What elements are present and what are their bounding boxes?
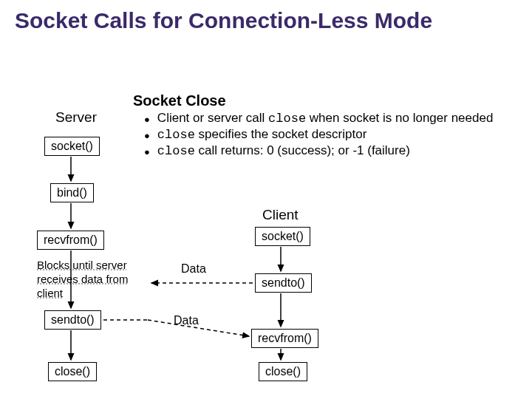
client-sendto-box: sendto() xyxy=(255,273,312,293)
bullet-icon: ● xyxy=(144,130,150,142)
bullet-text: when socket is no longer needed xyxy=(310,111,494,125)
client-recvfrom-box: recvfrom() xyxy=(251,329,318,348)
page-title: Socket Calls for Connection-Less Mode xyxy=(15,7,517,34)
bullet-text: specifies the socket descriptor xyxy=(199,127,367,141)
client-close-box: close() xyxy=(259,362,307,381)
client-column-label: Client xyxy=(262,207,299,223)
data-label-2: Data xyxy=(174,314,199,327)
bullet-code: close xyxy=(268,112,306,126)
bullet-code: close xyxy=(157,128,195,142)
data-label-1: Data xyxy=(181,262,206,276)
server-sendto-box: sendto() xyxy=(44,310,101,330)
server-close-box: close() xyxy=(48,362,97,381)
blocking-note: Blocks until server receives data from c… xyxy=(37,259,148,300)
server-socket-box: socket() xyxy=(44,137,100,156)
bullet-code: close xyxy=(157,144,195,158)
server-bind-box: bind() xyxy=(50,183,94,202)
subheading-socket-close: Socket Close xyxy=(133,92,226,109)
server-recvfrom-box: recvfrom() xyxy=(37,231,104,250)
bullet-icon: ● xyxy=(144,114,150,126)
bullet-text: Client or server call xyxy=(157,111,268,125)
bullet-list: ● Client or server call close when socke… xyxy=(144,111,521,160)
bullet-text: call returns: 0 (success); or -1 (failur… xyxy=(199,143,410,157)
server-column-label: Server xyxy=(55,109,97,126)
client-socket-box: socket() xyxy=(255,227,310,246)
bullet-icon: ● xyxy=(144,146,150,158)
